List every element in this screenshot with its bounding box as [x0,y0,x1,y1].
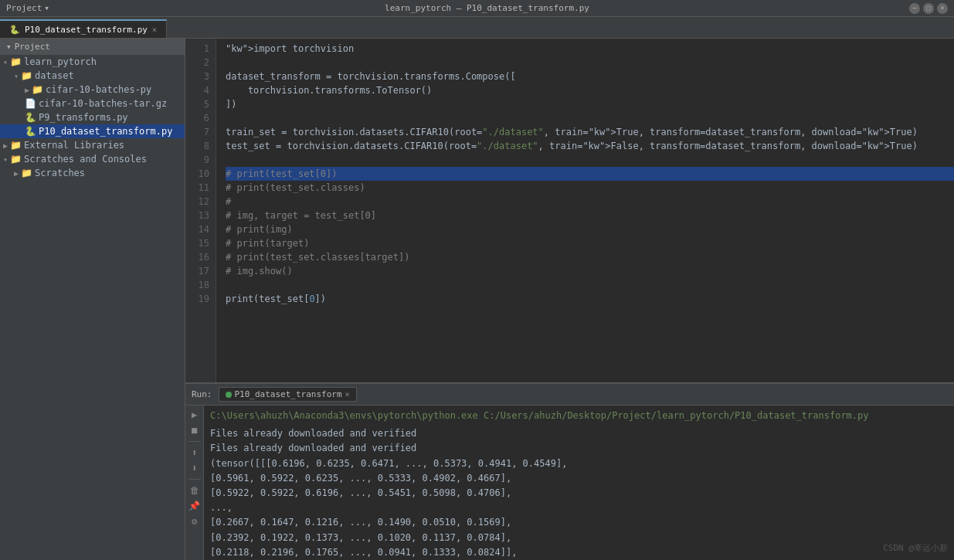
folder-icon: 📁 [10,56,22,67]
run-output-line: [0.2392, 0.1922, 0.1373, ..., 0.1020, 0.… [210,531,948,545]
run-dot [226,392,232,398]
run-scroll-down-btn[interactable]: ⬇ [188,462,201,474]
code-line: # print(test_set[0]) [226,167,954,181]
file-icon: 📄 [25,98,36,109]
code-line [226,111,954,125]
minimize-btn[interactable]: ─ [909,3,920,14]
tab-close-btn[interactable]: × [152,25,157,34]
code-line: # print(img) [226,222,954,236]
run-settings-btn[interactable]: ⚙ [188,515,201,528]
code-line: train_set = torchvision.datasets.CIFAR10… [226,125,954,139]
code-line: ]) [226,97,954,111]
sidebar-header[interactable]: ▾ Project [0,39,185,55]
code-line: print(test_set[0]) [226,292,954,306]
run-panel-toolbar: ▶ ■ ⬆ ⬇ 🗑 📌 ⚙ [185,406,204,560]
expand-arrow: ▶ [14,169,19,178]
line-number: 7 [192,125,209,139]
expand-arrow: ▶ [25,86,29,94]
sidebar-title: Project [15,42,50,52]
tree-row-learn-pytorch[interactable]: ▾ 📁 learn_pytorch [0,55,185,69]
tree-label: dataset [35,70,74,81]
run-play-btn[interactable]: ▶ [188,409,201,421]
line-number: 17 [192,264,209,278]
line-number: 19 [192,292,209,306]
run-tab-label: P10_dataset_transform [235,389,342,399]
line-number: 2 [192,56,209,70]
tree-row-p10[interactable]: 🐍 P10_dataset_transform.py [0,124,185,138]
py-icon: 🐍 [25,126,36,137]
code-line: # print(test_set.classes) [226,181,954,195]
run-scroll-top-btn[interactable]: ⬆ [188,446,201,459]
sidebar-arrow: ▾ [6,42,12,52]
folder-icon: 📁 [10,140,22,151]
run-output-line: Files already downloaded and verified [210,441,948,456]
folder-icon: 📁 [21,70,32,81]
run-output-line: Files already downloaded and verified [210,426,948,441]
tree-row-cifar-tar[interactable]: 📄 cifar-10-batches-tar.gz [0,97,185,110]
run-pin-btn[interactable]: 📌 [188,500,201,512]
tree-row-dataset[interactable]: ▾ 📁 dataset [0,69,185,83]
run-output-line: [0.5922, 0.5922, 0.6196, ..., 0.5451, 0.… [210,486,948,501]
editor-tab[interactable]: 🐍 P10_dataset_transform.py × [0,19,167,38]
sidebar: ▾ Project ▾ 📁 learn_pytorch ▾ 📁 dataset … [0,39,185,560]
code-line [226,153,954,167]
tree-row-external[interactable]: ▶ 📁 External Libraries [0,138,185,152]
tree-label: P9_transforms.py [39,112,128,123]
code-line: torchvision.transforms.ToTensor() [226,83,954,97]
run-output: C:\Users\ahuzh\Anaconda3\envs\pytorch\py… [204,406,954,560]
run-tab[interactable]: P10_dataset_transform × [219,387,357,402]
maximize-btn[interactable]: □ [923,3,934,14]
project-dropdown[interactable]: Project ▾ [6,3,49,13]
line-number: 1 [192,42,209,56]
code-line: "kw">import torchvision [226,42,954,56]
tree-label: cifar-10-batches-py [46,84,151,95]
line-number: 9 [192,153,209,167]
code-content[interactable]: "kw">import torchvision dataset_transfor… [216,39,954,382]
code-line: # img.show() [226,264,954,278]
line-number: 10 [192,167,209,181]
project-label: Project [6,3,42,13]
line-numbers: 12345678910111213141516171819 [185,39,216,382]
run-output-line: [0.5961, 0.5922, 0.6235, ..., 0.5333, 0.… [210,471,948,486]
run-tab-close[interactable]: × [345,390,350,399]
py-icon: 🐍 [25,112,36,123]
line-number: 4 [192,83,209,97]
code-line: # print(target) [226,236,954,250]
tree-label: Scratches [35,168,85,178]
run-output-line: ..., [210,501,948,515]
line-number: 5 [192,97,209,111]
folder-icon: 📁 [21,168,32,178]
line-number: 16 [192,250,209,264]
tree-label: learn_pytorch [24,56,97,67]
tree-label: Scratches and Consoles [24,154,147,165]
code-line: # [226,195,954,209]
expand-arrow: ▾ [3,155,8,164]
main-area: ▾ Project ▾ 📁 learn_pytorch ▾ 📁 dataset … [0,39,954,560]
title-bar-controls: ─ □ × [909,3,948,14]
folder-icon: 📁 [10,154,22,165]
close-btn[interactable]: × [937,3,948,14]
dropdown-arrow: ▾ [44,3,49,13]
tree-row-scratches-consoles[interactable]: ▾ 📁 Scratches and Consoles [0,152,185,166]
run-stop-btn[interactable]: ■ [188,424,201,436]
run-panel-header: Run: P10_dataset_transform × [185,384,954,406]
tree-row-cifar-batches[interactable]: ▶ 📁 cifar-10-batches-py [0,83,185,97]
code-line: # print(test_set.classes[target]) [226,250,954,264]
tab-label: P10_dataset_transform.py [25,25,148,35]
line-number: 11 [192,181,209,195]
code-line: test_set = torchvision.datasets.CIFAR10(… [226,139,954,153]
editor[interactable]: 12345678910111213141516171819 "kw">impor… [185,39,954,382]
line-number: 13 [192,209,209,222]
expand-arrow: ▾ [3,58,8,66]
run-label: Run: [192,389,212,399]
run-output-line: [0.2118, 0.2196, 0.1765, ..., 0.0941, 0.… [210,545,948,560]
run-output-line: (tensor([[[0.6196, 0.6235, 0.6471, ..., … [210,456,948,471]
title-bar-title: learn_pytorch – P10_dataset_transform.py [65,3,909,13]
code-line: dataset_transform = torchvision.transfor… [226,70,954,83]
tree-row-p9[interactable]: 🐍 P9_transforms.py [0,110,185,124]
line-number: 3 [192,70,209,83]
run-panel: Run: P10_dataset_transform × ▶ ■ ⬆ ⬇ 🗑 📌 [185,382,954,560]
run-clear-btn[interactable]: 🗑 [188,484,201,497]
editor-area: 12345678910111213141516171819 "kw">impor… [185,39,954,560]
tree-row-scratches[interactable]: ▶ 📁 Scratches [0,166,185,180]
